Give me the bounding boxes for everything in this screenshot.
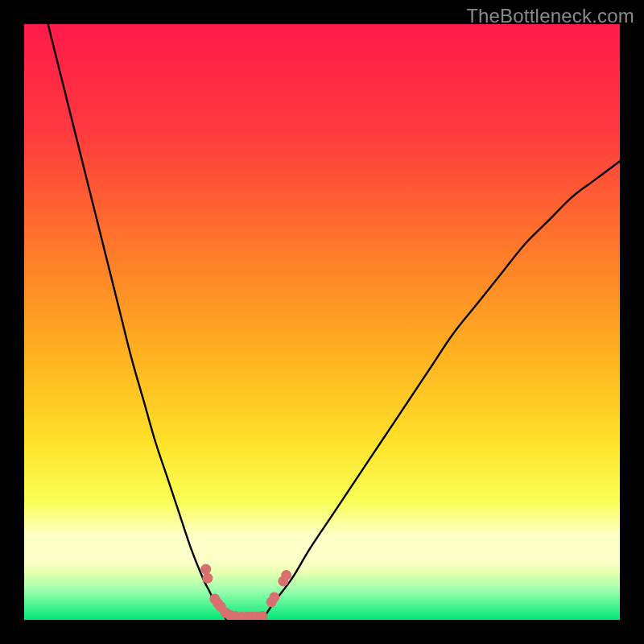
data-marker — [202, 573, 213, 584]
data-marker — [200, 564, 211, 575]
data-marker — [281, 570, 291, 580]
chart-svg — [24, 24, 620, 620]
chart-frame: TheBottleneck.com — [0, 0, 644, 644]
chart-plot-area — [24, 24, 620, 620]
data-marker — [269, 592, 279, 602]
